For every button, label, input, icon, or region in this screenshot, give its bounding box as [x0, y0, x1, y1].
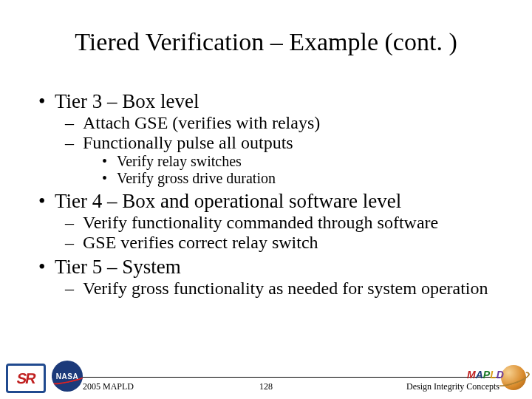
bullet-tier4-a: –Verify functionality commanded through … — [65, 213, 497, 233]
bullet-text: Tier 5 – System — [55, 256, 497, 279]
bullet-dot-icon: • — [100, 170, 117, 187]
dash-icon: – — [65, 233, 83, 253]
footer-divider — [52, 377, 522, 378]
bullet-tier3-b-ii: •Verify gross drive duration — [100, 170, 497, 187]
bullet-text: GSE verifies correct relay switch — [83, 233, 497, 253]
slide-title: Tiered Verification – Example (cont. ) — [0, 28, 532, 56]
dash-icon: – — [65, 133, 83, 153]
bullet-tier3-a: –Attach GSE (verifies with relays) — [65, 113, 497, 133]
bullet-text: Tier 4 – Box and operational software le… — [55, 190, 497, 213]
bullet-tier4: •Tier 4 – Box and operational software l… — [35, 190, 497, 213]
slide-footer: SR NASA 2005 MAPLD 128 Design Integrity … — [0, 353, 532, 399]
bullet-tier5-a: –Verify gross functionality as needed fo… — [65, 279, 497, 299]
bullet-text: Attach GSE (verifies with relays) — [83, 113, 497, 133]
bullet-dot-icon: • — [35, 256, 55, 279]
bullet-dot-icon: • — [35, 90, 55, 113]
bullet-dot-icon: • — [100, 153, 117, 170]
bullet-tier3: •Tier 3 – Box level — [35, 90, 497, 113]
dash-icon: – — [65, 113, 83, 133]
dash-icon: – — [65, 279, 83, 299]
bullet-text: Tier 3 – Box level — [55, 90, 497, 113]
dash-icon: – — [65, 213, 83, 233]
bullet-tier3-b-i: •Verify relay switches — [100, 153, 497, 170]
slide: Tiered Verification – Example (cont. ) •… — [0, 0, 532, 399]
bullet-text: Verify gross drive duration — [117, 170, 497, 187]
mapld-logo: MAPLD — [467, 361, 526, 393]
nasa-logo-text: NASA — [56, 372, 78, 381]
bullet-tier5: •Tier 5 – System — [35, 256, 497, 279]
mapld-logo-text: MAPLD — [467, 368, 504, 381]
bullet-tier3-b: –Functionally pulse all outputs — [65, 133, 497, 153]
bullet-tier4-b: –GSE verifies correct relay switch — [65, 233, 497, 253]
bullet-dot-icon: • — [35, 190, 55, 213]
bullet-text: Verify gross functionality as needed for… — [83, 279, 497, 299]
slide-content: •Tier 3 – Box level –Attach GSE (verifie… — [35, 87, 497, 299]
bullet-text: Verify functionality commanded through s… — [83, 213, 497, 233]
bullet-text: Verify relay switches — [117, 153, 497, 170]
bullet-text: Functionally pulse all outputs — [83, 133, 497, 153]
